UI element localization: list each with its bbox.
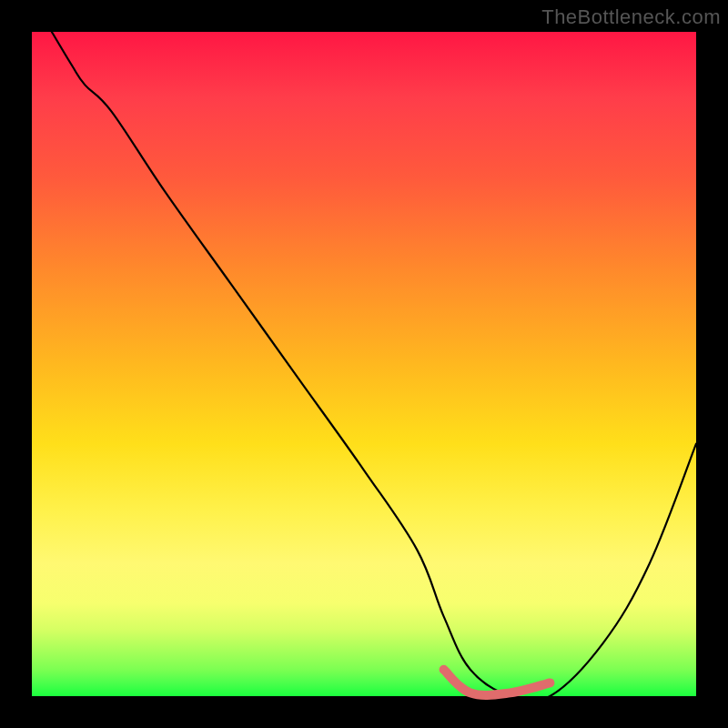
- watermark-text: TheBottleneck.com: [541, 5, 721, 29]
- plot-area: [32, 32, 696, 696]
- optimal-highlight: [444, 670, 551, 695]
- chart-frame: TheBottleneck.com: [0, 0, 728, 728]
- curve-svg: [32, 32, 696, 696]
- bottleneck-curve: [52, 32, 696, 702]
